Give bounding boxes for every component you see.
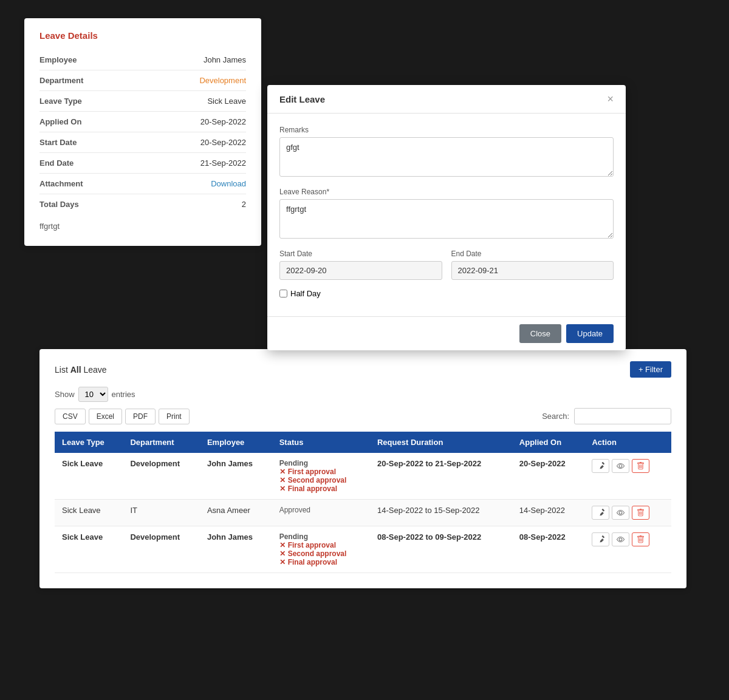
detail-row: Leave TypeSick Leave — [39, 91, 246, 112]
start-date-input[interactable] — [279, 261, 442, 280]
modal-header: Edit Leave × — [267, 85, 626, 114]
detail-label: Applied On — [39, 117, 81, 126]
edit-icon — [597, 462, 604, 470]
show-select[interactable]: 10 25 50 — [78, 387, 108, 402]
approval-item: ✕Final approval — [279, 558, 363, 566]
col-leave-type: Leave Type — [55, 432, 123, 453]
table-header-row: Leave Type Department Employee Status Re… — [55, 432, 671, 453]
col-action: Action — [584, 432, 671, 453]
export-buttons: CSV Excel PDF Print — [55, 409, 190, 424]
approval-item: ✕Final approval — [279, 484, 363, 493]
half-day-label: Half Day — [290, 289, 321, 298]
detail-row: AttachmentDownload — [39, 174, 246, 194]
detail-label: Attachment — [39, 179, 83, 188]
cell-department: IT — [123, 500, 200, 526]
approval-label: Final approval — [288, 558, 337, 566]
excel-button[interactable]: Excel — [89, 409, 122, 424]
view-button[interactable] — [612, 532, 629, 546]
modal-footer: Close Update — [267, 316, 626, 350]
list-panel: List All Leave + Filter Show 10 25 50 en… — [39, 349, 686, 588]
modal-close-button[interactable]: × — [607, 93, 614, 104]
approval-item: ✕First approval — [279, 467, 363, 476]
list-header: List All Leave + Filter — [55, 361, 671, 378]
cell-employee: Asna Ameer — [200, 500, 272, 526]
col-applied-on: Applied On — [512, 432, 585, 453]
approval-item: ✕Second approval — [279, 476, 363, 484]
x-icon: ✕ — [279, 484, 286, 493]
cell-request-duration: 20-Sep-2022 to 21-Sep-2022 — [370, 453, 512, 500]
update-button[interactable]: Update — [566, 324, 614, 343]
remarks-group: Remarks gfgt — [279, 126, 614, 178]
x-icon: ✕ — [279, 467, 286, 476]
modal-title: Edit Leave — [279, 94, 325, 104]
leave-reason-label: Leave Reason* — [279, 188, 614, 196]
x-icon: ✕ — [279, 549, 286, 558]
delete-button[interactable] — [632, 532, 649, 546]
detail-label: Department — [39, 76, 83, 85]
edit-button[interactable] — [592, 532, 609, 546]
detail-label: End Date — [39, 158, 74, 168]
cell-action — [584, 453, 671, 500]
edit-button[interactable] — [592, 506, 609, 520]
search-input[interactable] — [574, 408, 671, 424]
pdf-button[interactable]: PDF — [125, 409, 156, 424]
print-button[interactable]: Print — [159, 409, 190, 424]
cell-department: Development — [123, 526, 200, 573]
cell-leave-type: Sick Leave — [55, 526, 123, 573]
approval-label: First approval — [288, 467, 336, 476]
cell-status: Approved — [272, 500, 370, 526]
status-main: Approved — [279, 506, 363, 514]
detail-value: Sick Leave — [207, 97, 246, 106]
start-date-label: Start Date — [279, 250, 442, 258]
leave-table: Leave Type Department Employee Status Re… — [55, 432, 671, 573]
detail-value[interactable]: Download — [211, 179, 246, 188]
approval-label: First approval — [288, 541, 336, 549]
edit-button[interactable] — [592, 459, 609, 473]
detail-value: Development — [199, 76, 246, 85]
col-employee: Employee — [200, 432, 272, 453]
col-request-duration: Request Duration — [370, 432, 512, 453]
col-department: Department — [123, 432, 200, 453]
delete-button[interactable] — [632, 506, 649, 520]
detail-value: 2 — [242, 200, 246, 209]
action-icons — [592, 506, 664, 520]
approval-item: ✕First approval — [279, 541, 363, 549]
detail-row: DepartmentDevelopment — [39, 70, 246, 91]
detail-value: 21-Sep-2022 — [200, 158, 246, 168]
cell-applied-on: 08-Sep-2022 — [512, 526, 585, 573]
cell-status: Pending✕First approval✕Second approval✕F… — [272, 526, 370, 573]
cell-leave-type: Sick Leave — [55, 500, 123, 526]
close-button[interactable]: Close — [519, 324, 561, 343]
csv-button[interactable]: CSV — [55, 409, 86, 424]
end-date-input[interactable] — [451, 261, 614, 280]
remarks-label: Remarks — [279, 126, 614, 134]
half-day-checkbox[interactable] — [279, 290, 287, 297]
cell-request-duration: 08-Sep-2022 to 09-Sep-2022 — [370, 526, 512, 573]
approval-item: ✕Second approval — [279, 549, 363, 558]
action-icons — [592, 532, 664, 546]
detail-row: Total Days2 — [39, 194, 246, 214]
leave-reason-textarea[interactable]: ffgrtgt — [279, 199, 614, 239]
show-label: Show — [55, 390, 75, 399]
cell-applied-on: 20-Sep-2022 — [512, 453, 585, 500]
detail-row: End Date21-Sep-2022 — [39, 153, 246, 174]
entries-label: entries — [112, 390, 135, 399]
table-row: Sick LeaveDevelopmentJohn JamesPending✕F… — [55, 453, 671, 500]
detail-value: 20-Sep-2022 — [200, 117, 246, 126]
status-main: Pending — [279, 459, 363, 467]
cell-employee: John James — [200, 526, 272, 573]
date-row: Start Date End Date — [279, 250, 614, 280]
trash-icon — [637, 509, 645, 517]
filter-button[interactable]: + Filter — [630, 361, 671, 378]
remarks-textarea[interactable]: gfgt — [279, 137, 614, 177]
delete-button[interactable] — [632, 459, 649, 473]
cell-leave-type: Sick Leave — [55, 453, 123, 500]
start-date-col: Start Date — [279, 250, 442, 280]
leave-details-card: Leave Details EmployeeJohn JamesDepartme… — [24, 18, 261, 246]
detail-value: 20-Sep-2022 — [200, 138, 246, 147]
view-button[interactable] — [612, 459, 629, 473]
action-icons — [592, 459, 664, 473]
view-button[interactable] — [612, 506, 629, 520]
approval-label: Second approval — [288, 549, 347, 558]
approval-label: Second approval — [288, 476, 347, 484]
